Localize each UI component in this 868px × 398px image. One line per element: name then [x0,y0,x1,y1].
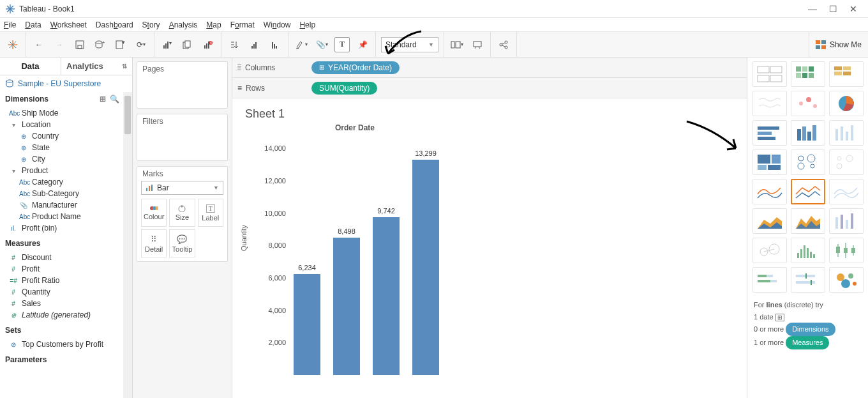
field-city[interactable]: ⊕City [0,153,132,165]
menu-map[interactable]: Map [206,20,221,29]
field-sales[interactable]: #Sales [0,298,132,309]
field-manufacturer[interactable]: 📎Manufacturer [0,199,132,211]
sort-desc-button[interactable] [267,37,283,52]
minimize-button[interactable]: — [808,4,817,13]
viz-type-6[interactable] [752,120,787,146]
viz-type-4[interactable] [791,91,825,116]
rows-pill[interactable]: SUM(Quantity) [311,82,377,95]
field-quantity[interactable]: #Quantity [0,286,132,298]
maximize-button[interactable]: ☐ [828,4,837,13]
marks-size[interactable]: Size [169,199,195,227]
mark-type-select[interactable]: Bar ▼ [141,181,223,195]
viz-type-22[interactable] [791,267,825,293]
viz-type-15[interactable] [752,208,787,234]
pin-button[interactable]: 📌 [355,37,370,52]
field-sub-category[interactable]: AbcSub-Category [0,188,132,199]
save-button[interactable] [72,37,87,52]
viz-type-14[interactable] [829,179,864,204]
field-ship-mode[interactable]: AbcShip Mode [0,107,132,119]
show-labels-button[interactable]: T [334,37,350,52]
marks-tooltip[interactable]: 💬Tooltip [169,229,195,257]
menu-worksheet[interactable]: Worksheet [50,20,87,29]
viz-type-3[interactable] [752,91,787,116]
viz-type-1[interactable] [791,61,825,87]
bar-2016[interactable] [333,238,360,375]
viz-type-5[interactable] [829,91,864,116]
field-product[interactable]: ▾Product [0,165,132,176]
group-button[interactable]: 📎▾ [314,37,329,52]
datasource-row[interactable]: Sample - EU Superstore [0,75,132,92]
back-button[interactable]: ← [31,37,47,52]
viz-type-19[interactable] [791,238,825,263]
new-datasource-button[interactable]: + [93,37,108,52]
viz-type-2[interactable] [829,61,864,87]
marks-colour[interactable]: Colour [141,199,167,227]
left-scrollbar[interactable] [123,92,132,398]
show-me-button[interactable]: Show Me [809,32,868,57]
viz-type-20[interactable] [829,238,864,263]
rows-shelf[interactable]: ≡Rows SUM(Quantity) [232,78,747,98]
viz-type-0[interactable] [752,61,787,87]
duplicate-button[interactable] [180,37,195,52]
tableau-logo-button[interactable] [5,37,20,52]
viz-type-7[interactable] [791,120,825,146]
menu-format[interactable]: Format [230,20,255,29]
menu-dashboard[interactable]: Dashboard [96,20,133,29]
field-profit-bin-[interactable]: ıl.Profit (bin) [0,222,132,234]
presentation-button[interactable] [470,37,485,52]
clear-button[interactable]: ✕ [200,37,216,52]
field-profit-ratio[interactable]: =#Profit Ratio [0,275,132,286]
viz-type-21[interactable] [752,267,787,293]
viz-type-16[interactable] [791,208,825,234]
menu-story[interactable]: Story [142,20,160,29]
tab-analytics[interactable]: Analytics⇅ [61,57,132,75]
tab-data[interactable]: Data [0,57,61,75]
pages-card[interactable]: Pages [137,61,228,109]
viz-type-17[interactable] [829,208,864,234]
refresh-button[interactable]: ⟳▾ [133,37,149,52]
swap-button[interactable]: ▾ [160,37,175,52]
viz-type-23[interactable] [829,267,864,293]
columns-pill[interactable]: ⊞YEAR(Order Date) [311,61,400,74]
viz-type-11[interactable] [829,149,864,175]
filters-card[interactable]: Filters [137,114,228,161]
viz-type-13[interactable] [791,179,825,204]
sheet-title[interactable]: Sheet 1 [245,107,737,121]
field-top-customers-by-profit[interactable]: ⊘Top Customers by Profit [0,339,132,350]
sort-asc-button[interactable] [247,37,262,52]
view-icon[interactable]: ⊞ [100,95,106,103]
search-icon[interactable]: 🔍 [110,95,119,103]
field-category[interactable]: AbcCategory [0,176,132,188]
sort-swap-button[interactable] [227,37,242,52]
bar-2015[interactable] [294,274,320,375]
show-cards-button[interactable]: ▾ [449,37,465,52]
fit-select[interactable]: Standard ▼ [381,37,438,52]
menu-file[interactable]: File [4,20,16,29]
marks-detail[interactable]: ⠿Detail [141,229,167,257]
bar-2018[interactable] [412,160,439,375]
highlight-button[interactable]: ▾ [294,37,309,52]
forward-button[interactable]: → [52,37,67,52]
field-latitude-generated-[interactable]: ⊕Latitude (generated) [0,309,132,321]
field-profit[interactable]: #Profit [0,263,132,275]
field-location[interactable]: ▾Location [0,119,132,130]
viz-type-9[interactable] [752,149,787,175]
viz-type-8[interactable] [829,120,864,146]
close-button[interactable]: ✕ [849,4,858,13]
menu-analysis[interactable]: Analysis [169,20,198,29]
columns-shelf[interactable]: ⦙⦙⦙Columns ⊞YEAR(Order Date) [232,57,747,78]
share-button[interactable] [496,37,511,52]
menu-data[interactable]: Data [25,20,41,29]
new-sheet-button[interactable]: ▾ [113,37,128,52]
viz-type-10[interactable] [791,149,825,175]
viz-type-18[interactable] [752,238,787,263]
field-state[interactable]: ⊕State [0,142,132,153]
marks-label[interactable]: TLabel [198,199,223,227]
field-product-name[interactable]: AbcProduct Name [0,211,132,222]
field-country[interactable]: ⊕Country [0,130,132,142]
bar-2017[interactable] [373,217,400,375]
menu-window[interactable]: Window [264,20,291,29]
viz-type-12[interactable] [752,179,787,204]
field-discount[interactable]: #Discount [0,252,132,263]
menu-help[interactable]: Help [299,20,315,29]
